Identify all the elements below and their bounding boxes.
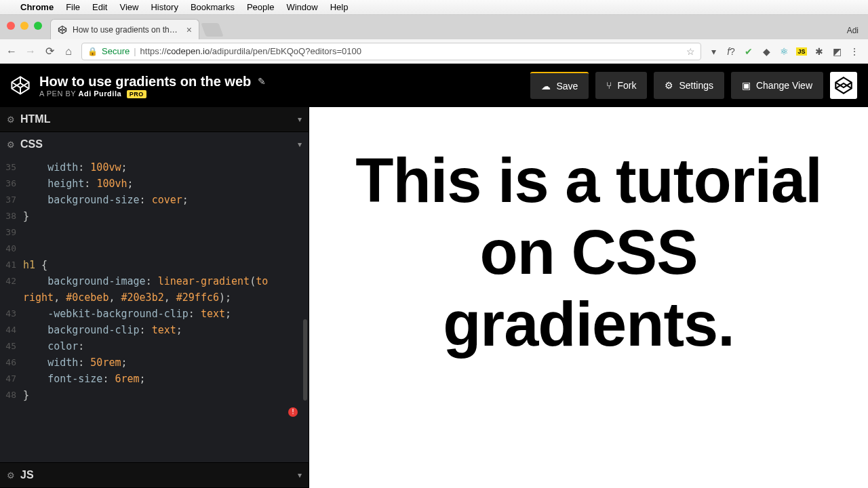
code-line[interactable]: 47 font-size: 6rem; xyxy=(0,371,309,387)
menubar-item-bookmarks[interactable]: Bookmarks xyxy=(191,2,235,12)
js-panel: ⚙ JS ▾ xyxy=(0,463,309,488)
menubar-item-history[interactable]: History xyxy=(151,2,178,12)
pen-byline: A PEN BY Adi Purdila PRO xyxy=(39,89,266,98)
codepen-logo-icon[interactable] xyxy=(11,76,30,95)
chrome-profile-label[interactable]: Adi xyxy=(847,26,868,39)
error-indicator-icon[interactable]: ! xyxy=(288,407,298,417)
codepen-main: ⚙ HTML ▾ ⚙ CSS ▾ 35 width: 100vw;36 heig… xyxy=(0,107,868,488)
html-panel-header[interactable]: ⚙ HTML ▾ xyxy=(0,107,309,131)
chevron-down-icon[interactable]: ▾ xyxy=(298,115,302,124)
pen-title: How to use gradients on the web xyxy=(39,74,251,89)
scrollbar-thumb[interactable] xyxy=(303,319,307,401)
gear-icon[interactable]: ⚙ xyxy=(7,115,20,125)
settings-button[interactable]: ⚙Settings xyxy=(654,72,724,99)
code-line[interactable]: 41h1 { xyxy=(0,257,309,273)
window-controls xyxy=(7,22,42,30)
menubar-item-people[interactable]: People xyxy=(247,2,274,12)
editors-column: ⚙ HTML ▾ ⚙ CSS ▾ 35 width: 100vw;36 heig… xyxy=(0,107,309,488)
code-line[interactable]: 37 background-size: cover; xyxy=(0,192,309,208)
chevron-down-icon[interactable]: ▾ xyxy=(298,140,302,149)
chrome-tabstrip: How to use gradients on the w × Adi xyxy=(0,15,868,39)
code-line[interactable]: 45 color: xyxy=(0,338,309,354)
code-line[interactable]: 44 background-clip: text; xyxy=(0,322,309,338)
tab-title: How to use gradients on the w xyxy=(73,25,181,35)
code-line[interactable]: 36 height: 100vh; xyxy=(0,176,309,192)
window-minimize-button[interactable] xyxy=(20,22,28,30)
window-close-button[interactable] xyxy=(7,22,15,30)
code-line[interactable]: 39 xyxy=(0,224,309,241)
browser-tab[interactable]: How to use gradients on the w × xyxy=(50,19,199,39)
home-button[interactable]: ⌂ xyxy=(62,45,75,58)
user-avatar[interactable] xyxy=(830,72,857,99)
css-panel: ⚙ CSS ▾ 35 width: 100vw;36 height: 100vh… xyxy=(0,132,309,463)
window-zoom-button[interactable] xyxy=(34,22,42,30)
back-button[interactable]: ← xyxy=(5,45,18,58)
fork-button[interactable]: ⑂Fork xyxy=(595,72,647,99)
menubar-appname[interactable]: Chrome xyxy=(20,2,54,12)
code-line[interactable]: right, #0cebeb, #20e3b2, #29ffc6); xyxy=(0,289,309,306)
js-icon[interactable]: JS xyxy=(796,47,807,56)
bookmark-star-icon[interactable]: ☆ xyxy=(686,46,695,57)
gear-icon: ⚙ xyxy=(665,80,673,91)
menubar-item-view[interactable]: View xyxy=(119,2,138,12)
menubar-item-help[interactable]: Help xyxy=(330,2,349,12)
react-devtools-icon[interactable]: ⚛ xyxy=(778,46,789,57)
shield-icon[interactable]: ◆ xyxy=(761,46,772,57)
layout-icon: ▣ xyxy=(742,80,751,91)
gear-icon[interactable]: ⚙ xyxy=(7,140,20,150)
extension-icons: ▾ f? ✔ ◆ ⚛ JS ✱ ◩ ⋮ xyxy=(708,46,863,57)
js-panel-header[interactable]: ⚙ JS ▾ xyxy=(0,463,309,487)
tab-close-icon[interactable]: × xyxy=(186,24,192,35)
code-line[interactable]: 38} xyxy=(0,208,309,224)
change-view-button[interactable]: ▣Change View xyxy=(731,72,823,99)
reload-button[interactable]: ⟳ xyxy=(43,45,56,58)
macos-menubar: Chrome File Edit View History Bookmarks … xyxy=(0,0,868,15)
svg-marker-6 xyxy=(835,77,851,93)
menubar-item-file[interactable]: File xyxy=(66,2,80,12)
font-icon[interactable]: f? xyxy=(726,46,736,57)
code-line[interactable]: 42 background-image: linear-gradient(to xyxy=(0,273,309,289)
address-bar[interactable]: 🔒 Secure | https://codepen.io/adipurdila… xyxy=(81,43,701,60)
save-button[interactable]: ☁Save xyxy=(530,72,589,99)
forward-button: → xyxy=(24,45,37,58)
fork-icon: ⑂ xyxy=(606,80,612,91)
html-panel-label: HTML xyxy=(20,113,298,125)
preview-pane: This is a tutorial on CSS gradients. xyxy=(309,107,868,488)
js-panel-label: JS xyxy=(20,469,298,481)
square-icon[interactable]: ◩ xyxy=(831,46,842,57)
chrome-menu-icon[interactable]: ⋮ xyxy=(849,46,860,57)
code-line[interactable]: 43 -webkit-background-clip: text; xyxy=(0,306,309,322)
code-line[interactable]: 40 xyxy=(0,241,309,257)
gear-icon[interactable]: ⚙ xyxy=(7,470,20,481)
css-panel-label: CSS xyxy=(20,138,298,150)
author-link[interactable]: Adi Purdila xyxy=(79,89,122,98)
css-panel-header[interactable]: ⚙ CSS ▾ xyxy=(0,132,309,157)
code-line[interactable]: 48} xyxy=(0,387,309,403)
preview-heading: This is a tutorial on CSS gradients. xyxy=(328,145,850,360)
code-line[interactable]: 46 width: 50rem; xyxy=(0,354,309,371)
codepen-header: How to use gradients on the web ✎ A PEN … xyxy=(0,64,868,107)
menubar-item-edit[interactable]: Edit xyxy=(92,2,107,12)
bug-icon[interactable]: ✱ xyxy=(814,46,825,57)
check-icon[interactable]: ✔ xyxy=(743,46,754,57)
secure-label: Secure xyxy=(102,46,130,56)
pro-badge: PRO xyxy=(127,90,146,98)
chrome-toolbar: ← → ⟳ ⌂ 🔒 Secure | https://codepen.io/ad… xyxy=(0,39,868,64)
edit-title-icon[interactable]: ✎ xyxy=(258,76,266,87)
css-code-editor[interactable]: 35 width: 100vw;36 height: 100vh;37 back… xyxy=(0,157,309,422)
chevron-down-icon[interactable]: ▾ xyxy=(298,470,302,480)
lock-icon: 🔒 xyxy=(87,47,98,56)
url-text: https://codepen.io/adipurdila/pen/EbKQoQ… xyxy=(140,46,361,56)
cloud-icon: ☁ xyxy=(541,81,551,92)
code-line[interactable]: 35 width: 100vw; xyxy=(0,159,309,176)
codepen-favicon-icon xyxy=(58,25,67,35)
menubar-item-window[interactable]: Window xyxy=(286,2,317,12)
pocket-icon[interactable]: ▾ xyxy=(708,46,719,57)
separator: | xyxy=(134,46,136,56)
new-tab-button[interactable] xyxy=(201,23,223,37)
html-panel: ⚙ HTML ▾ xyxy=(0,107,309,132)
